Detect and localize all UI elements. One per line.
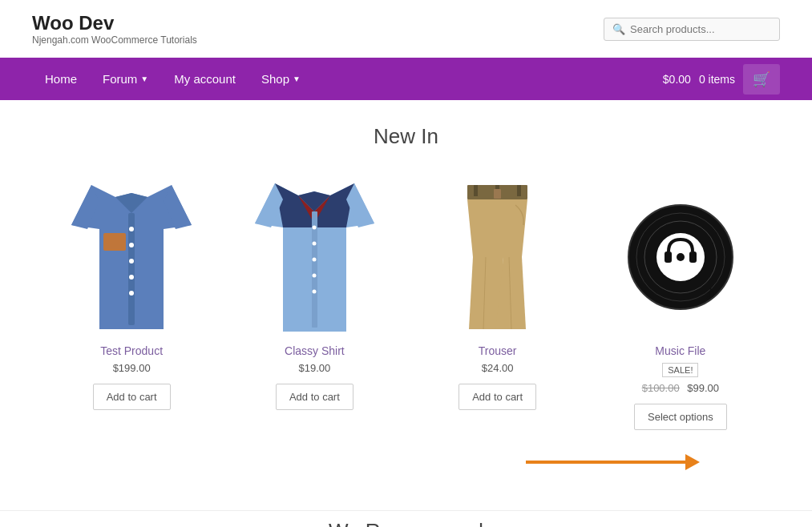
svg-point-20 (312, 289, 316, 293)
product-card-trouser: Trouser $24.00 Add to cart (414, 173, 581, 438)
product-price-2: $19.00 (239, 362, 390, 374)
product-name-1[interactable]: Test Product (56, 344, 207, 357)
product-image-trouser (459, 185, 535, 329)
product-image-wrap-1 (56, 181, 207, 333)
product-name-2[interactable]: Classy Shirt (239, 344, 390, 357)
product-price-old-4: $100.00 (642, 382, 680, 394)
site-title: Woo Dev (32, 12, 197, 34)
we-recommend-section: We Recommend (0, 510, 812, 527)
svg-rect-37 (665, 251, 672, 263)
product-image-shirt2 (252, 183, 377, 332)
svg-point-18 (312, 257, 316, 261)
nav-item-home[interactable]: Home (32, 58, 90, 100)
svg-point-39 (677, 253, 685, 261)
search-input[interactable] (630, 23, 771, 35)
svg-point-16 (312, 225, 316, 229)
svg-point-7 (129, 291, 134, 296)
cart-area: $0.00 0 items 🛒 (663, 64, 780, 95)
product-card-test-product: Test Product $199.00 Add to cart (48, 173, 215, 438)
add-to-cart-button-3[interactable]: Add to cart (459, 384, 536, 410)
select-options-button-4[interactable]: Select options (634, 404, 727, 430)
nav-links: Home Forum ▼ My account Shop ▼ (32, 58, 313, 100)
product-price-1: $199.00 (56, 362, 207, 374)
arrow-container (48, 438, 764, 478)
product-grid: Test Product $199.00 Add to cart (48, 173, 764, 438)
arrow-head (685, 454, 700, 470)
site-subtitle: Njengah.com WooCommerce Tutorials (32, 34, 197, 46)
product-price-4: $100.00 $99.00 (605, 382, 756, 394)
add-to-cart-button-2[interactable]: Add to cart (276, 384, 353, 410)
svg-point-6 (129, 275, 134, 280)
forum-dropdown-arrow: ▼ (140, 74, 148, 83)
main-content: New In (0, 100, 812, 510)
svg-point-4 (129, 243, 134, 247)
site-branding: Woo Dev Njengah.com WooCommerce Tutorial… (32, 12, 197, 46)
product-card-classy-shirt: Classy Shirt $19.00 Add to cart (231, 173, 398, 438)
svg-rect-32 (494, 189, 501, 199)
sale-badge-4: SALE! (662, 363, 698, 377)
nav-item-shop[interactable]: Shop ▼ (248, 58, 313, 100)
product-name-3[interactable]: Trouser (422, 344, 573, 357)
nav-item-forum[interactable]: Forum ▼ (90, 58, 161, 100)
product-image-wrap-3 (422, 181, 573, 333)
product-card-music-file: ♪ Music File SALE! $100.00 $99.00 Select… (597, 173, 764, 438)
cart-items-count: 0 items (699, 73, 735, 86)
svg-point-5 (129, 259, 134, 264)
add-to-cart-button-1[interactable]: Add to cart (93, 384, 171, 410)
product-image-shirt1 (67, 185, 196, 329)
svg-rect-8 (103, 233, 126, 251)
new-in-title: New In (48, 124, 764, 149)
search-bar[interactable]: 🔍 (604, 18, 780, 41)
svg-point-19 (312, 273, 316, 277)
svg-rect-25 (517, 185, 521, 196)
svg-rect-24 (474, 185, 478, 196)
nav-item-my-account[interactable]: My account (161, 58, 248, 100)
site-nav: Home Forum ▼ My account Shop ▼ $0.00 0 i… (0, 58, 812, 100)
product-price-3: $24.00 (422, 362, 573, 374)
site-header: Woo Dev Njengah.com WooCommerce Tutorial… (0, 0, 812, 58)
arrow-line (526, 461, 686, 464)
svg-point-17 (312, 241, 316, 245)
product-image-wrap-4: ♪ (605, 181, 756, 333)
product-image-wrap-2 (239, 181, 390, 333)
we-recommend-title: We Recommend (48, 519, 764, 527)
search-icon: 🔍 (612, 23, 625, 35)
product-name-4[interactable]: Music File (605, 344, 756, 357)
svg-text:♪: ♪ (705, 280, 716, 304)
svg-point-3 (129, 227, 134, 231)
cart-amount: $0.00 (663, 73, 691, 86)
cart-button[interactable]: 🛒 (743, 64, 780, 95)
orange-arrow (526, 454, 700, 470)
product-price-new-4: $99.00 (687, 382, 719, 394)
svg-rect-38 (689, 251, 697, 263)
product-image-music: ♪ (624, 199, 737, 316)
shop-dropdown-arrow: ▼ (293, 74, 301, 83)
